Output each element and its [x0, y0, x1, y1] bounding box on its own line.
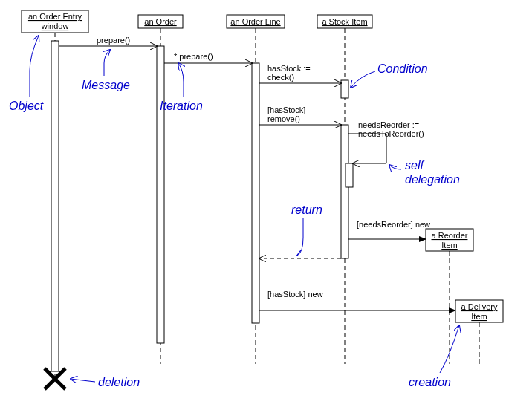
- object-order: an Order: [138, 15, 183, 28]
- annotation-arrow: [351, 71, 375, 88]
- annotation-arrow: [297, 218, 303, 256]
- annotation-arrow: [178, 63, 184, 97]
- object-order-entry-window: an Order Entry window: [22, 10, 88, 33]
- object-order-line: an Order Line: [227, 15, 285, 28]
- object-label: Item: [471, 312, 487, 321]
- annotation-iteration: Iteration: [160, 100, 203, 112]
- message-label: needsToReorder(): [358, 129, 424, 138]
- annotation-message: Message: [82, 79, 130, 91]
- message-label: prepare(): [97, 36, 130, 45]
- activation-bar: [346, 163, 353, 187]
- annotation-return: return: [291, 204, 322, 216]
- object-reorder-item: a Reorder Item: [426, 229, 473, 251]
- message-label: [needsReorder] new: [357, 220, 430, 229]
- message-label: [hasStock]: [267, 105, 305, 114]
- message-label: hasStock :=: [267, 64, 311, 73]
- activation-bar: [252, 63, 259, 323]
- object-delivery-item: a Delivery Item: [455, 300, 503, 322]
- object-label: an Order Line: [230, 17, 280, 26]
- activation-bar: [341, 80, 348, 98]
- object-stock-item: a Stock Item: [317, 15, 372, 28]
- object-label: a Delivery: [461, 302, 498, 311]
- object-label: window: [41, 22, 69, 30]
- self-message-arrow: [348, 134, 386, 163]
- message-label: remove(): [267, 114, 300, 123]
- message-label: [hasStock] new: [267, 290, 323, 299]
- object-label: an Order: [144, 17, 177, 26]
- message-label: needsReorder :=: [358, 120, 419, 129]
- message-label: check(): [267, 73, 294, 82]
- message-label: * prepare(): [174, 52, 213, 61]
- object-label: an Order Entry: [28, 12, 82, 21]
- activation-bar: [157, 46, 164, 343]
- annotation-self-delegation: self: [405, 159, 424, 172]
- object-label: a Stock Item: [322, 17, 367, 26]
- annotation-arrow: [30, 36, 39, 97]
- activation-bar: [51, 41, 59, 371]
- activation-bar: [341, 125, 348, 258]
- annotation-self-delegation: delegation: [405, 173, 460, 186]
- annotation-condition: Condition: [377, 62, 428, 75]
- annotation-object: Object: [9, 100, 44, 112]
- annotation-creation: creation: [409, 376, 451, 388]
- object-label: a Reorder: [432, 231, 468, 240]
- object-label: Item: [441, 241, 457, 250]
- annotation-arrow: [71, 379, 95, 382]
- annotation-deletion: deletion: [98, 376, 140, 388]
- annotation-arrow: [389, 165, 401, 169]
- annotation-arrow: [104, 50, 110, 76]
